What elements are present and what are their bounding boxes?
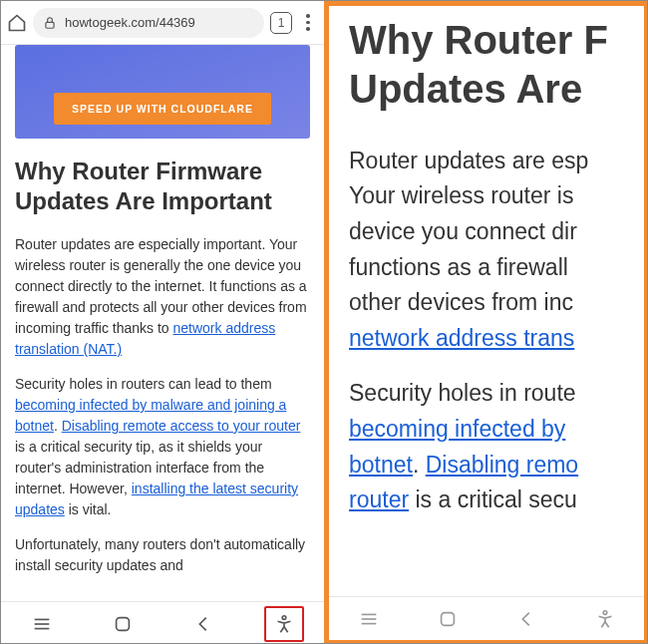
svg-rect-4 <box>116 617 129 630</box>
banner-cta-button[interactable]: SPEED UP WITH CLOUDFLARE <box>54 93 271 125</box>
recents-button[interactable] <box>349 602 389 636</box>
comparison-stage: howtogeek.com/44369 1 SPEED UP WITH CLOU… <box>0 0 648 644</box>
url-text: howtogeek.com/44369 <box>65 15 195 30</box>
zoom-link-remote[interactable]: Disabling remo <box>426 452 578 478</box>
svg-point-10 <box>603 610 607 614</box>
zoom-paragraph-2: Security holes in route becoming infecte… <box>349 376 644 518</box>
home-icon[interactable] <box>7 13 27 33</box>
lock-icon <box>43 16 57 30</box>
zoom-link-botnet[interactable]: becoming infected by <box>349 416 565 442</box>
page-content: SPEED UP WITH CLOUDFLARE Why Router Firm… <box>1 45 324 601</box>
svg-rect-0 <box>46 22 54 28</box>
link-remote-access[interactable]: Disabling remote access to your router <box>62 418 301 434</box>
browser-address-bar: howtogeek.com/44369 1 <box>1 1 324 45</box>
android-nav-bar-zoom <box>329 596 644 640</box>
svg-rect-9 <box>441 612 454 625</box>
article-heading: Why Router Firmware Updates Are Importan… <box>15 157 310 216</box>
ad-banner: SPEED UP WITH CLOUDFLARE <box>15 45 310 139</box>
url-field[interactable]: howtogeek.com/44369 <box>33 8 264 38</box>
home-button[interactable] <box>428 602 468 636</box>
phone-normal: howtogeek.com/44369 1 SPEED UP WITH CLOU… <box>1 1 324 644</box>
back-button[interactable] <box>506 602 546 636</box>
home-button[interactable] <box>103 607 143 641</box>
accessibility-button[interactable] <box>264 606 304 642</box>
zoom-heading: Why Router F Updates Are <box>349 16 644 114</box>
overflow-menu-icon[interactable] <box>298 14 318 31</box>
accessibility-button[interactable] <box>585 602 625 636</box>
accessibility-icon <box>273 613 295 635</box>
recents-button[interactable] <box>22 607 62 641</box>
phone-zoomed: Why Router F Updates Are Router updates … <box>324 1 648 644</box>
article-paragraph-2: Security holes in routers can lead to th… <box>15 374 310 520</box>
back-button[interactable] <box>183 607 223 641</box>
zoom-link-nat[interactable]: network address trans <box>349 325 574 351</box>
article-paragraph-1: Router updates are especially important.… <box>15 234 310 360</box>
article-paragraph-3: Unfortunately, many routers don't automa… <box>15 534 310 576</box>
zoom-paragraph-1: Router updates are esp Your wireless rou… <box>349 144 644 357</box>
android-nav-bar <box>1 601 324 644</box>
svg-point-5 <box>282 615 286 619</box>
tab-count-button[interactable]: 1 <box>270 12 292 34</box>
